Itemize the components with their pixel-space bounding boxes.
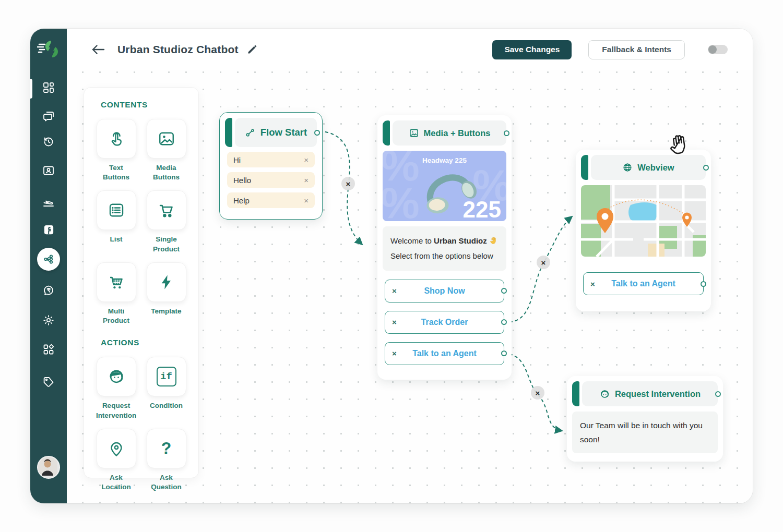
wave-emoji-icon [489, 236, 498, 245]
map-pin-icon [107, 439, 126, 458]
quick-reply-track-order[interactable]: × Track Order [385, 311, 504, 334]
output-port[interactable] [501, 350, 507, 356]
sidebar-item-conversations[interactable] [30, 104, 67, 127]
media-image[interactable]: % % % Headway 225 225 [383, 151, 506, 221]
node-title: Webview [637, 163, 674, 173]
sidebar [30, 29, 67, 503]
dashboard-icon [42, 81, 55, 94]
tool-request-intervention[interactable]: Request Intervention [97, 357, 136, 420]
output-port[interactable] [501, 319, 507, 325]
tool-condition[interactable]: if Condition [147, 357, 186, 420]
sidebar-item-broadcast[interactable] [30, 190, 67, 213]
support-agent-icon [107, 367, 126, 386]
node-request-intervention[interactable]: Request Intervention Our Team will be in… [567, 376, 723, 462]
webview-talk-agent-button[interactable]: × Talk to an Agent [583, 272, 704, 295]
bot-toggle[interactable] [708, 45, 728, 54]
tool-multi-product[interactable]: Multi Product [97, 262, 136, 325]
back-button[interactable] [91, 44, 105, 55]
keyword-row[interactable]: Hi × [227, 152, 315, 167]
sidebar-item-profile[interactable] [30, 456, 67, 479]
output-port[interactable] [501, 288, 507, 294]
media-image-number: 225 [463, 198, 501, 221]
sidebar-item-history[interactable] [30, 130, 67, 153]
facebook-icon [43, 224, 55, 236]
intervention-node-header[interactable]: Request Intervention [572, 381, 718, 406]
wire-delete-badge[interactable]: × [341, 177, 355, 190]
output-port[interactable] [715, 391, 721, 397]
welcome-message[interactable]: Welcome to Urban Studioz Select from the… [383, 226, 506, 271]
tool-template[interactable]: Template [147, 262, 186, 325]
globe-icon [622, 162, 633, 173]
intervention-message[interactable]: Our Team will be in touch with you soon! [572, 412, 718, 453]
question-mark-icon: ? [161, 439, 172, 458]
map-image [581, 185, 706, 257]
payments-rupee-icon [42, 284, 55, 297]
media-node-header[interactable]: Media + Buttons [383, 120, 506, 146]
close-icon: × [346, 179, 351, 188]
tool-media-buttons[interactable]: Media Buttons [147, 119, 186, 182]
close-icon[interactable]: × [392, 286, 397, 295]
quick-reply-talk-agent[interactable]: × Talk to an Agent [385, 342, 504, 365]
sidebar-item-payments[interactable] [30, 279, 67, 302]
save-changes-button[interactable]: Save Changes [492, 40, 572, 59]
output-port[interactable] [504, 130, 509, 136]
bolt-icon [158, 273, 175, 291]
sidebar-item-facebook[interactable] [30, 218, 67, 241]
broadcast-plane-icon [42, 196, 55, 208]
back-arrow-icon [91, 44, 105, 55]
list-icon [107, 201, 126, 220]
node-title: Request Intervention [615, 389, 701, 399]
sidebar-item-tags[interactable] [30, 370, 67, 393]
keyword-row[interactable]: Help × [227, 192, 315, 208]
tool-list[interactable]: List [97, 190, 136, 253]
settings-gear-icon [42, 314, 55, 327]
node-webview[interactable]: Webview [576, 150, 711, 311]
close-icon: × [536, 389, 540, 397]
close-icon[interactable]: × [304, 155, 309, 164]
contacts-icon [42, 164, 55, 177]
output-port[interactable] [314, 130, 320, 136]
sidebar-item-dashboard[interactable] [30, 76, 67, 99]
brand-logo[interactable] [30, 29, 67, 69]
wire-trackorder-webview [504, 216, 572, 322]
actions-grid: Request Intervention if Condition Ask Lo… [97, 357, 186, 500]
tool-single-product[interactable]: Single Product [147, 190, 186, 253]
sidebar-item-integrations[interactable] [30, 338, 67, 361]
tap-hand-icon [107, 129, 126, 148]
close-icon[interactable]: × [392, 318, 397, 327]
node-flow-start[interactable]: Flow Start Hi × Hello × Help × [219, 112, 323, 220]
fallback-intents-button[interactable]: Fallback & Intents [588, 40, 685, 59]
node-accent-bar [572, 381, 579, 406]
node-accent-bar [383, 120, 390, 146]
actions-heading: ACTIONS [101, 338, 198, 347]
keyword-row[interactable]: Hello × [227, 172, 315, 188]
close-icon[interactable]: × [304, 196, 309, 205]
close-icon[interactable]: × [590, 280, 595, 288]
close-icon: × [541, 258, 546, 267]
tool-ask-location[interactable]: Ask Location [97, 429, 136, 492]
edit-title-button[interactable] [247, 44, 257, 55]
webview-map-image[interactable] [581, 185, 706, 257]
close-icon[interactable]: × [304, 176, 309, 185]
tool-ask-question[interactable]: ? Ask Question [147, 429, 186, 492]
sidebar-item-contacts[interactable] [30, 159, 67, 182]
flow-canvas[interactable]: × × × CONTENTS Text Buttons [67, 70, 753, 503]
node-accent-bar [581, 155, 588, 180]
page-title: Urban Studioz Chatbot [117, 43, 239, 56]
webview-node-header[interactable]: Webview [581, 155, 706, 180]
output-port[interactable] [701, 281, 706, 287]
sidebar-item-settings[interactable] [30, 309, 67, 332]
flow-start-header[interactable]: Flow Start [225, 118, 317, 147]
wire-delete-badge[interactable]: × [537, 256, 550, 269]
toggle-knob [708, 45, 717, 54]
app-stage: Urban Studioz Chatbot Save Changes Fallb… [0, 0, 783, 532]
quick-reply-shop-now[interactable]: × Shop Now [385, 280, 504, 303]
close-icon[interactable]: × [392, 349, 397, 358]
tool-text-buttons[interactable]: Text Buttons [97, 119, 136, 182]
output-port[interactable] [703, 165, 709, 171]
node-media-buttons[interactable]: Media + Buttons % % % Headway 225 [377, 115, 512, 380]
node-title: Flow Start [260, 127, 307, 138]
wire-flowstart-media [319, 131, 362, 245]
wire-delete-badge[interactable]: × [531, 386, 544, 400]
sidebar-item-flow-builder[interactable] [30, 248, 67, 271]
